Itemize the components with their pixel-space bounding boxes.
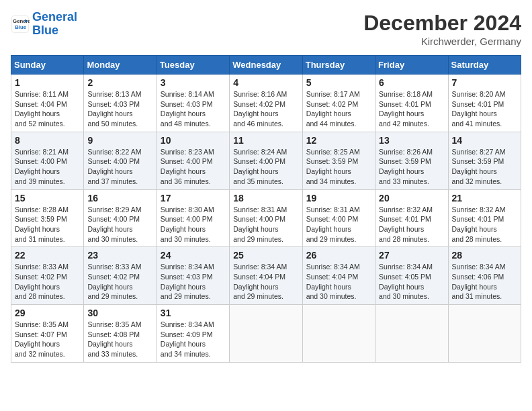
calendar-week-row: 22 Sunrise: 8:33 AM Sunset: 4:02 PM Dayl… [11, 247, 521, 305]
calendar-day-cell: 3 Sunrise: 8:14 AM Sunset: 4:03 PM Dayli… [157, 75, 229, 132]
calendar-day-header: Friday [375, 56, 448, 75]
day-info: Sunrise: 8:34 AM Sunset: 4:09 PM Dayligh… [161, 320, 226, 359]
calendar-header-row: SundayMondayTuesdayWednesdayThursdayFrid… [11, 56, 521, 75]
logo: General Blue GeneralBlue [11, 11, 77, 38]
calendar-day-cell: 24 Sunrise: 8:34 AM Sunset: 4:03 PM Dayl… [157, 247, 229, 305]
day-info: Sunrise: 8:29 AM Sunset: 4:00 PM Dayligh… [87, 205, 152, 244]
day-number: 21 [452, 193, 517, 203]
day-info: Sunrise: 8:34 AM Sunset: 4:03 PM Dayligh… [161, 262, 226, 302]
day-info: Sunrise: 8:34 AM Sunset: 4:04 PM Dayligh… [233, 262, 298, 302]
day-number: 29 [15, 308, 80, 318]
calendar-day-cell: 11 Sunrise: 8:24 AM Sunset: 4:00 PM Dayl… [230, 132, 302, 189]
day-info: Sunrise: 8:30 AM Sunset: 4:00 PM Dayligh… [161, 205, 226, 244]
day-info: Sunrise: 8:18 AM Sunset: 4:01 PM Dayligh… [379, 89, 444, 129]
day-number: 24 [161, 250, 226, 261]
day-info: Sunrise: 8:33 AM Sunset: 4:02 PM Dayligh… [87, 262, 152, 302]
logo-text: GeneralBlue [32, 11, 77, 38]
calendar-day-cell: 18 Sunrise: 8:31 AM Sunset: 4:00 PM Dayl… [230, 189, 302, 247]
calendar-table: SundayMondayTuesdayWednesdayThursdayFrid… [11, 55, 521, 363]
calendar-day-cell: 8 Sunrise: 8:21 AM Sunset: 4:00 PM Dayli… [11, 132, 84, 189]
day-info: Sunrise: 8:20 AM Sunset: 4:01 PM Dayligh… [452, 89, 517, 129]
calendar-day-cell: 4 Sunrise: 8:16 AM Sunset: 4:02 PM Dayli… [230, 75, 302, 132]
calendar-day-cell: 25 Sunrise: 8:34 AM Sunset: 4:04 PM Dayl… [230, 247, 302, 305]
day-info: Sunrise: 8:26 AM Sunset: 3:59 PM Dayligh… [379, 147, 444, 187]
day-number: 18 [233, 193, 298, 203]
calendar-day-cell: 12 Sunrise: 8:25 AM Sunset: 3:59 PM Dayl… [302, 132, 375, 189]
day-info: Sunrise: 8:34 AM Sunset: 4:04 PM Dayligh… [306, 262, 371, 302]
calendar-day-cell [302, 305, 375, 363]
calendar-day-cell: 5 Sunrise: 8:17 AM Sunset: 4:02 PM Dayli… [302, 75, 375, 132]
calendar-day-cell: 21 Sunrise: 8:32 AM Sunset: 4:01 PM Dayl… [448, 189, 521, 247]
day-number: 31 [161, 308, 226, 318]
day-info: Sunrise: 8:31 AM Sunset: 4:00 PM Dayligh… [306, 205, 371, 244]
day-number: 20 [379, 193, 444, 203]
day-number: 11 [233, 135, 298, 146]
day-number: 22 [15, 250, 80, 261]
day-info: Sunrise: 8:35 AM Sunset: 4:08 PM Dayligh… [87, 320, 152, 359]
day-number: 5 [306, 77, 371, 88]
calendar-week-row: 15 Sunrise: 8:28 AM Sunset: 3:59 PM Dayl… [11, 189, 521, 247]
calendar-day-cell: 29 Sunrise: 8:35 AM Sunset: 4:07 PM Dayl… [11, 305, 84, 363]
calendar-day-header: Monday [84, 56, 157, 75]
day-number: 28 [452, 250, 517, 261]
calendar-day-header: Sunday [11, 56, 84, 75]
calendar-day-cell: 23 Sunrise: 8:33 AM Sunset: 4:02 PM Dayl… [84, 247, 157, 305]
calendar-day-cell: 31 Sunrise: 8:34 AM Sunset: 4:09 PM Dayl… [157, 305, 229, 363]
day-number: 14 [452, 135, 517, 146]
calendar-day-header: Tuesday [157, 56, 229, 75]
day-number: 15 [15, 193, 80, 203]
calendar-week-row: 29 Sunrise: 8:35 AM Sunset: 4:07 PM Dayl… [11, 305, 521, 363]
day-number: 2 [87, 77, 152, 88]
day-info: Sunrise: 8:33 AM Sunset: 4:02 PM Dayligh… [15, 262, 80, 302]
day-number: 12 [306, 135, 371, 146]
day-number: 10 [161, 135, 226, 146]
calendar-day-cell: 7 Sunrise: 8:20 AM Sunset: 4:01 PM Dayli… [448, 75, 521, 132]
calendar-day-cell: 19 Sunrise: 8:31 AM Sunset: 4:00 PM Dayl… [302, 189, 375, 247]
calendar-day-cell [375, 305, 448, 363]
day-number: 9 [87, 135, 152, 146]
calendar-day-cell [230, 305, 302, 363]
calendar-day-cell: 1 Sunrise: 8:11 AM Sunset: 4:04 PM Dayli… [11, 75, 84, 132]
day-info: Sunrise: 8:32 AM Sunset: 4:01 PM Dayligh… [379, 205, 444, 244]
calendar-day-cell: 9 Sunrise: 8:22 AM Sunset: 4:00 PM Dayli… [84, 132, 157, 189]
calendar-day-cell: 15 Sunrise: 8:28 AM Sunset: 3:59 PM Dayl… [11, 189, 84, 247]
calendar-week-row: 1 Sunrise: 8:11 AM Sunset: 4:04 PM Dayli… [11, 75, 521, 132]
calendar-day-cell: 16 Sunrise: 8:29 AM Sunset: 4:00 PM Dayl… [84, 189, 157, 247]
day-info: Sunrise: 8:23 AM Sunset: 4:00 PM Dayligh… [161, 147, 226, 187]
calendar-day-header: Wednesday [230, 56, 302, 75]
day-number: 7 [452, 77, 517, 88]
day-info: Sunrise: 8:32 AM Sunset: 4:01 PM Dayligh… [452, 205, 517, 244]
day-info: Sunrise: 8:34 AM Sunset: 4:06 PM Dayligh… [452, 262, 517, 302]
day-number: 27 [379, 250, 444, 261]
day-info: Sunrise: 8:11 AM Sunset: 4:04 PM Dayligh… [15, 89, 80, 129]
day-info: Sunrise: 8:14 AM Sunset: 4:03 PM Dayligh… [161, 89, 226, 129]
day-info: Sunrise: 8:27 AM Sunset: 3:59 PM Dayligh… [452, 147, 517, 187]
month-year: December 2024 [363, 11, 521, 36]
day-number: 19 [306, 193, 371, 203]
calendar-day-cell: 30 Sunrise: 8:35 AM Sunset: 4:08 PM Dayl… [84, 305, 157, 363]
calendar-body: 1 Sunrise: 8:11 AM Sunset: 4:04 PM Dayli… [11, 75, 521, 363]
svg-text:Blue: Blue [15, 24, 27, 30]
day-number: 30 [87, 308, 152, 318]
day-info: Sunrise: 8:35 AM Sunset: 4:07 PM Dayligh… [15, 320, 80, 359]
day-info: Sunrise: 8:17 AM Sunset: 4:02 PM Dayligh… [306, 89, 371, 129]
calendar-day-cell: 6 Sunrise: 8:18 AM Sunset: 4:01 PM Dayli… [375, 75, 448, 132]
day-number: 6 [379, 77, 444, 88]
day-info: Sunrise: 8:22 AM Sunset: 4:00 PM Dayligh… [87, 147, 152, 187]
day-info: Sunrise: 8:24 AM Sunset: 4:00 PM Dayligh… [233, 147, 298, 187]
day-number: 23 [87, 250, 152, 261]
title-block: December 2024 Kirchwerder, Germany [363, 11, 521, 47]
day-number: 4 [233, 77, 298, 88]
day-number: 16 [87, 193, 152, 203]
calendar-day-cell: 14 Sunrise: 8:27 AM Sunset: 3:59 PM Dayl… [448, 132, 521, 189]
day-info: Sunrise: 8:25 AM Sunset: 3:59 PM Dayligh… [306, 147, 371, 187]
day-number: 3 [161, 77, 226, 88]
day-number: 1 [15, 77, 80, 88]
calendar-day-cell: 26 Sunrise: 8:34 AM Sunset: 4:04 PM Dayl… [302, 247, 375, 305]
day-info: Sunrise: 8:16 AM Sunset: 4:02 PM Dayligh… [233, 89, 298, 129]
day-info: Sunrise: 8:21 AM Sunset: 4:00 PM Dayligh… [15, 147, 80, 187]
page-header: General Blue GeneralBlue December 2024 K… [11, 11, 521, 47]
calendar-day-cell: 27 Sunrise: 8:34 AM Sunset: 4:05 PM Dayl… [375, 247, 448, 305]
calendar-day-cell: 17 Sunrise: 8:30 AM Sunset: 4:00 PM Dayl… [157, 189, 229, 247]
day-info: Sunrise: 8:34 AM Sunset: 4:05 PM Dayligh… [379, 262, 444, 302]
